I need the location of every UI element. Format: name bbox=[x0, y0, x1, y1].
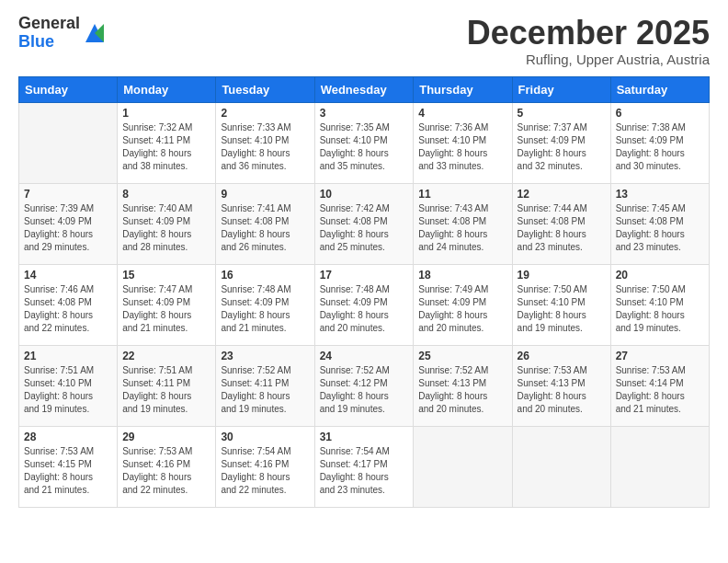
calendar-cell: 21Sunrise: 7:51 AM Sunset: 4:10 PM Dayli… bbox=[19, 345, 118, 426]
day-number: 6 bbox=[616, 107, 704, 120]
day-number: 4 bbox=[418, 107, 506, 120]
calendar-cell bbox=[19, 102, 118, 183]
calendar-cell: 18Sunrise: 7:49 AM Sunset: 4:09 PM Dayli… bbox=[414, 264, 512, 345]
calendar-week-4: 28Sunrise: 7:53 AM Sunset: 4:15 PM Dayli… bbox=[19, 426, 710, 507]
calendar-cell: 27Sunrise: 7:53 AM Sunset: 4:14 PM Dayli… bbox=[610, 345, 709, 426]
day-number: 26 bbox=[518, 350, 606, 362]
calendar-week-3: 21Sunrise: 7:51 AM Sunset: 4:10 PM Dayli… bbox=[19, 345, 710, 426]
header: General Blue December 2025 Rufling, Uppe… bbox=[18, 15, 710, 67]
calendar-cell: 25Sunrise: 7:52 AM Sunset: 4:13 PM Dayli… bbox=[414, 345, 512, 426]
day-info: Sunrise: 7:52 AM Sunset: 4:13 PM Dayligh… bbox=[418, 364, 506, 416]
day-number: 7 bbox=[24, 188, 112, 201]
col-saturday: Saturday bbox=[610, 76, 709, 102]
day-info: Sunrise: 7:53 AM Sunset: 4:13 PM Dayligh… bbox=[518, 364, 606, 416]
day-number: 10 bbox=[320, 188, 409, 201]
day-info: Sunrise: 7:41 AM Sunset: 4:08 PM Dayligh… bbox=[221, 202, 309, 254]
calendar-cell: 20Sunrise: 7:50 AM Sunset: 4:10 PM Dayli… bbox=[610, 264, 709, 345]
calendar-cell: 7Sunrise: 7:39 AM Sunset: 4:09 PM Daylig… bbox=[19, 183, 118, 264]
calendar-week-1: 7Sunrise: 7:39 AM Sunset: 4:09 PM Daylig… bbox=[19, 183, 710, 264]
day-info: Sunrise: 7:42 AM Sunset: 4:08 PM Dayligh… bbox=[320, 202, 409, 254]
col-sunday: Sunday bbox=[19, 76, 118, 102]
calendar-cell: 3Sunrise: 7:35 AM Sunset: 4:10 PM Daylig… bbox=[314, 102, 414, 183]
day-info: Sunrise: 7:38 AM Sunset: 4:09 PM Dayligh… bbox=[616, 121, 704, 173]
calendar-cell: 4Sunrise: 7:36 AM Sunset: 4:10 PM Daylig… bbox=[414, 102, 512, 183]
day-info: Sunrise: 7:44 AM Sunset: 4:08 PM Dayligh… bbox=[518, 202, 606, 254]
calendar-cell: 16Sunrise: 7:48 AM Sunset: 4:09 PM Dayli… bbox=[216, 264, 314, 345]
day-number: 8 bbox=[122, 188, 210, 201]
day-info: Sunrise: 7:52 AM Sunset: 4:12 PM Dayligh… bbox=[320, 364, 409, 416]
day-number: 31 bbox=[320, 431, 409, 443]
calendar-cell bbox=[512, 426, 610, 507]
day-info: Sunrise: 7:54 AM Sunset: 4:17 PM Dayligh… bbox=[320, 445, 409, 497]
day-number: 14 bbox=[24, 269, 112, 282]
calendar-week-2: 14Sunrise: 7:46 AM Sunset: 4:08 PM Dayli… bbox=[19, 264, 710, 345]
day-number: 23 bbox=[221, 350, 309, 362]
calendar-cell: 12Sunrise: 7:44 AM Sunset: 4:08 PM Dayli… bbox=[512, 183, 610, 264]
day-number: 28 bbox=[24, 431, 112, 443]
calendar-cell bbox=[610, 426, 709, 507]
day-number: 9 bbox=[221, 188, 309, 201]
logo-icon bbox=[82, 20, 108, 46]
calendar-cell: 11Sunrise: 7:43 AM Sunset: 4:08 PM Dayli… bbox=[414, 183, 512, 264]
day-info: Sunrise: 7:40 AM Sunset: 4:09 PM Dayligh… bbox=[122, 202, 210, 254]
day-info: Sunrise: 7:50 AM Sunset: 4:10 PM Dayligh… bbox=[518, 283, 606, 335]
day-info: Sunrise: 7:46 AM Sunset: 4:08 PM Dayligh… bbox=[24, 283, 112, 335]
day-number: 12 bbox=[518, 188, 606, 201]
logo: General Blue bbox=[18, 15, 108, 52]
calendar-header-row: Sunday Monday Tuesday Wednesday Thursday… bbox=[19, 76, 710, 102]
day-number: 30 bbox=[221, 431, 309, 443]
day-info: Sunrise: 7:43 AM Sunset: 4:08 PM Dayligh… bbox=[418, 202, 506, 254]
day-number: 11 bbox=[418, 188, 506, 201]
day-number: 19 bbox=[518, 269, 606, 282]
day-number: 27 bbox=[616, 350, 704, 362]
calendar-cell: 5Sunrise: 7:37 AM Sunset: 4:09 PM Daylig… bbox=[512, 102, 610, 183]
day-info: Sunrise: 7:51 AM Sunset: 4:10 PM Dayligh… bbox=[24, 364, 112, 416]
day-number: 16 bbox=[221, 269, 309, 282]
col-tuesday: Tuesday bbox=[216, 76, 314, 102]
calendar-cell: 2Sunrise: 7:33 AM Sunset: 4:10 PM Daylig… bbox=[216, 102, 314, 183]
day-info: Sunrise: 7:52 AM Sunset: 4:11 PM Dayligh… bbox=[221, 364, 309, 416]
day-info: Sunrise: 7:33 AM Sunset: 4:10 PM Dayligh… bbox=[221, 121, 309, 173]
day-info: Sunrise: 7:53 AM Sunset: 4:15 PM Dayligh… bbox=[24, 445, 112, 497]
day-number: 15 bbox=[122, 269, 210, 282]
calendar-cell: 31Sunrise: 7:54 AM Sunset: 4:17 PM Dayli… bbox=[314, 426, 414, 507]
day-info: Sunrise: 7:48 AM Sunset: 4:09 PM Dayligh… bbox=[320, 283, 409, 335]
calendar-cell: 19Sunrise: 7:50 AM Sunset: 4:10 PM Dayli… bbox=[512, 264, 610, 345]
day-number: 29 bbox=[122, 431, 210, 443]
day-info: Sunrise: 7:37 AM Sunset: 4:09 PM Dayligh… bbox=[518, 121, 606, 173]
day-number: 1 bbox=[122, 107, 210, 120]
day-number: 17 bbox=[320, 269, 409, 282]
calendar-cell: 13Sunrise: 7:45 AM Sunset: 4:08 PM Dayli… bbox=[610, 183, 709, 264]
day-number: 18 bbox=[418, 269, 506, 282]
calendar-cell: 28Sunrise: 7:53 AM Sunset: 4:15 PM Dayli… bbox=[19, 426, 118, 507]
calendar-cell: 1Sunrise: 7:32 AM Sunset: 4:11 PM Daylig… bbox=[118, 102, 216, 183]
page-container: General Blue December 2025 Rufling, Uppe… bbox=[0, 0, 728, 517]
day-number: 21 bbox=[24, 350, 112, 362]
day-number: 25 bbox=[418, 350, 506, 362]
day-info: Sunrise: 7:51 AM Sunset: 4:11 PM Dayligh… bbox=[122, 364, 210, 416]
day-info: Sunrise: 7:39 AM Sunset: 4:09 PM Dayligh… bbox=[24, 202, 112, 254]
day-info: Sunrise: 7:53 AM Sunset: 4:14 PM Dayligh… bbox=[616, 364, 704, 416]
calendar-cell: 23Sunrise: 7:52 AM Sunset: 4:11 PM Dayli… bbox=[216, 345, 314, 426]
logo-text: General Blue bbox=[18, 15, 80, 52]
calendar-cell bbox=[414, 426, 512, 507]
logo-general: General bbox=[18, 15, 80, 33]
calendar-cell: 26Sunrise: 7:53 AM Sunset: 4:13 PM Dayli… bbox=[512, 345, 610, 426]
day-info: Sunrise: 7:53 AM Sunset: 4:16 PM Dayligh… bbox=[122, 445, 210, 497]
day-number: 5 bbox=[518, 107, 606, 120]
day-number: 3 bbox=[320, 107, 409, 120]
calendar-cell: 30Sunrise: 7:54 AM Sunset: 4:16 PM Dayli… bbox=[216, 426, 314, 507]
calendar-week-0: 1Sunrise: 7:32 AM Sunset: 4:11 PM Daylig… bbox=[19, 102, 710, 183]
location: Rufling, Upper Austria, Austria bbox=[467, 52, 710, 67]
calendar-cell: 10Sunrise: 7:42 AM Sunset: 4:08 PM Dayli… bbox=[314, 183, 414, 264]
month-title: December 2025 bbox=[467, 15, 710, 52]
calendar-cell: 24Sunrise: 7:52 AM Sunset: 4:12 PM Dayli… bbox=[314, 345, 414, 426]
col-thursday: Thursday bbox=[414, 76, 512, 102]
day-number: 13 bbox=[616, 188, 704, 201]
calendar-cell: 9Sunrise: 7:41 AM Sunset: 4:08 PM Daylig… bbox=[216, 183, 314, 264]
calendar-cell: 29Sunrise: 7:53 AM Sunset: 4:16 PM Dayli… bbox=[118, 426, 216, 507]
col-friday: Friday bbox=[512, 76, 610, 102]
calendar-cell: 6Sunrise: 7:38 AM Sunset: 4:09 PM Daylig… bbox=[610, 102, 709, 183]
day-info: Sunrise: 7:45 AM Sunset: 4:08 PM Dayligh… bbox=[616, 202, 704, 254]
calendar-table: Sunday Monday Tuesday Wednesday Thursday… bbox=[18, 76, 710, 508]
